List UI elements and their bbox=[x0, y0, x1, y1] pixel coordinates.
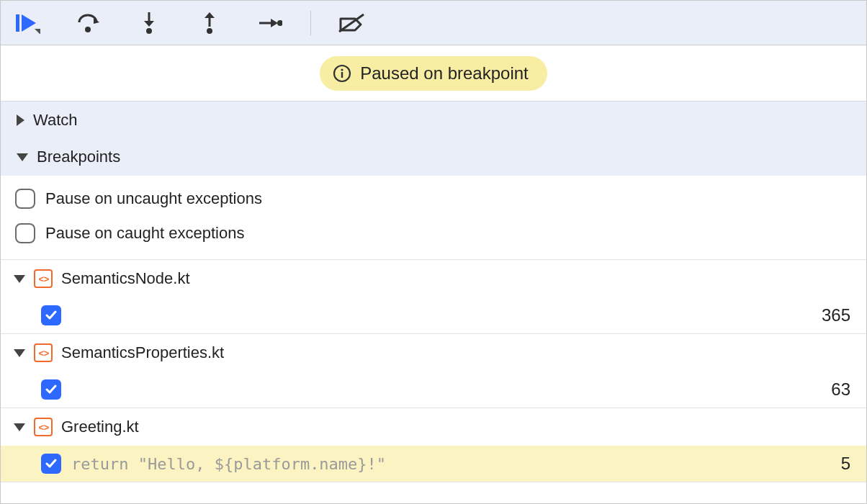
checkbox-checked-icon[interactable] bbox=[41, 379, 61, 400]
svg-marker-6 bbox=[144, 21, 154, 27]
file-group-header[interactable]: SemanticsNode.kt bbox=[1, 260, 866, 297]
file-group-header[interactable]: SemanticsProperties.kt bbox=[1, 334, 866, 372]
svg-point-4 bbox=[85, 27, 91, 32]
svg-marker-1 bbox=[22, 14, 36, 32]
svg-marker-2 bbox=[35, 29, 40, 34]
chevron-down-icon bbox=[14, 423, 25, 431]
checkbox-unchecked-icon[interactable] bbox=[15, 189, 35, 209]
breakpoint-file-group: SemanticsProperties.kt63 bbox=[1, 334, 866, 408]
checkbox-checked-icon[interactable] bbox=[41, 454, 61, 474]
pause-uncaught-label: Pause on uncaught exceptions bbox=[45, 189, 262, 208]
watch-section-header[interactable]: Watch bbox=[1, 101, 866, 138]
breakpoints-section-title: Breakpoints bbox=[37, 148, 120, 166]
breakpoint-row[interactable]: 63 bbox=[1, 372, 866, 408]
chevron-down-icon bbox=[14, 275, 25, 283]
breakpoint-line-number: 63 bbox=[831, 379, 850, 400]
file-group-header[interactable]: Greeting.kt bbox=[1, 408, 866, 446]
kotlin-file-icon bbox=[34, 269, 53, 288]
debugger-status-row: Paused on breakpoint bbox=[1, 45, 866, 101]
pause-uncaught-option[interactable]: Pause on uncaught exceptions bbox=[15, 181, 852, 216]
chevron-down-icon bbox=[17, 153, 28, 161]
file-name: SemanticsProperties.kt bbox=[61, 343, 224, 362]
breakpoint-row[interactable]: 365 bbox=[1, 297, 866, 333]
breakpoints-section-header[interactable]: Breakpoints bbox=[1, 138, 866, 176]
svg-point-13 bbox=[277, 20, 282, 26]
breakpoint-row[interactable]: return "Hello, ${platform.name}!"5 bbox=[1, 446, 866, 482]
breakpoint-code-preview: return "Hello, ${platform.name}!" bbox=[71, 455, 386, 473]
pause-caught-option[interactable]: Pause on caught exceptions bbox=[15, 216, 852, 251]
file-name: SemanticsNode.kt bbox=[61, 269, 190, 288]
chevron-down-icon bbox=[14, 349, 25, 357]
svg-marker-12 bbox=[271, 19, 278, 27]
breakpoint-line-number: 365 bbox=[822, 305, 850, 325]
run-to-cursor-button[interactable] bbox=[256, 9, 284, 37]
paused-status-badge: Paused on breakpoint bbox=[320, 56, 547, 91]
step-into-button[interactable] bbox=[135, 9, 163, 37]
svg-point-10 bbox=[207, 28, 212, 34]
checkbox-checked-icon[interactable] bbox=[41, 305, 61, 325]
breakpoint-file-group: SemanticsNode.kt365 bbox=[1, 260, 866, 334]
breakpoint-line-number: 5 bbox=[841, 454, 850, 474]
breakpoint-options: Pause on uncaught exceptions Pause on ca… bbox=[1, 176, 866, 260]
svg-rect-0 bbox=[16, 14, 19, 32]
pause-caught-label: Pause on caught exceptions bbox=[45, 224, 244, 243]
file-name: Greeting.kt bbox=[61, 418, 139, 436]
chevron-right-icon bbox=[17, 114, 24, 126]
kotlin-file-icon bbox=[34, 418, 53, 436]
breakpoint-file-group: Greeting.ktreturn "Hello, ${platform.nam… bbox=[1, 408, 866, 482]
kotlin-file-icon bbox=[34, 343, 53, 362]
step-over-button[interactable] bbox=[74, 9, 103, 37]
breakpoint-file-list: SemanticsNode.kt365SemanticsProperties.k… bbox=[1, 260, 866, 482]
toolbar-separator bbox=[310, 11, 311, 35]
resume-button[interactable] bbox=[14, 9, 42, 37]
debugger-toolbar bbox=[1, 1, 866, 45]
step-out-button[interactable] bbox=[195, 9, 224, 37]
svg-marker-9 bbox=[205, 12, 215, 18]
deactivate-breakpoints-button[interactable] bbox=[337, 9, 366, 37]
svg-point-16 bbox=[341, 68, 343, 71]
svg-point-7 bbox=[146, 28, 152, 34]
checkbox-unchecked-icon[interactable] bbox=[15, 223, 35, 243]
svg-rect-17 bbox=[341, 72, 343, 78]
watch-section-title: Watch bbox=[33, 111, 78, 130]
info-icon bbox=[333, 64, 351, 83]
paused-status-text: Paused on breakpoint bbox=[360, 63, 529, 84]
